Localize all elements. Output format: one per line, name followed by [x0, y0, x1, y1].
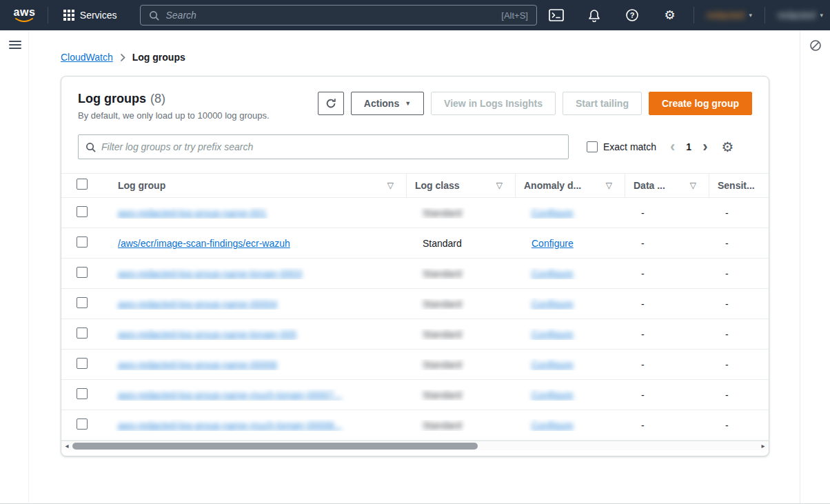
- cloudshell-button[interactable]: [543, 0, 571, 30]
- sort-filter-icon[interactable]: ▽: [606, 181, 612, 190]
- services-menu-button[interactable]: Services: [58, 10, 123, 21]
- sort-filter-icon[interactable]: ▽: [387, 181, 394, 190]
- sort-filter-icon[interactable]: ▽: [496, 181, 503, 190]
- region-selector[interactable]: redacted ▾: [700, 0, 759, 30]
- exact-match-control: Exact match: [587, 141, 656, 152]
- search-icon: [85, 142, 96, 152]
- sensitive-data-value: -: [709, 329, 769, 340]
- row-checkbox[interactable]: [77, 297, 88, 308]
- breadcrumb-cloudwatch-link[interactable]: CloudWatch: [61, 52, 113, 63]
- row-checkbox[interactable]: [77, 327, 88, 339]
- create-log-group-button[interactable]: Create log group: [649, 92, 752, 115]
- sensitive-data-value: -: [709, 420, 769, 431]
- log-group-link[interactable]: aws-redacted-log-group-name-much-longer-…: [118, 390, 342, 401]
- notifications-button[interactable]: [580, 0, 609, 30]
- start-tailing-label: Start tailing: [576, 98, 629, 109]
- aws-logo[interactable]: aws: [11, 8, 38, 23]
- log-group-link[interactable]: aws-redacted-log-group-name-longer-0003: [118, 268, 302, 279]
- configure-link[interactable]: Configure: [532, 329, 574, 340]
- hamburger-menu-icon[interactable]: [9, 40, 21, 50]
- region-label: redacted: [707, 10, 744, 21]
- log-class-value: Standard: [423, 390, 462, 401]
- table-row: aws-redacted-log-group-name-much-longer-…: [61, 380, 769, 410]
- scroll-right-arrow-icon[interactable]: ▸: [758, 442, 769, 450]
- aws-smile-icon: [14, 17, 34, 23]
- row-checkbox[interactable]: [77, 206, 88, 217]
- global-search[interactable]: [Alt+S]: [140, 5, 536, 26]
- select-all-checkbox[interactable]: [77, 179, 88, 190]
- start-tailing-button[interactable]: Start tailing: [563, 92, 642, 115]
- page-title: Log groups: [78, 92, 146, 105]
- next-page-button[interactable]: ›: [702, 139, 707, 154]
- sensitive-data-value: -: [709, 238, 769, 249]
- log-group-link[interactable]: aws-redacted-log-group-name-00006: [118, 359, 277, 370]
- help-button[interactable]: ?: [618, 0, 646, 30]
- card-header: Log groups(8) By default, we only load u…: [61, 77, 769, 121]
- row-checkbox[interactable]: [77, 236, 88, 248]
- sort-filter-icon[interactable]: ▽: [690, 181, 696, 190]
- log-class-value: Standard: [423, 208, 462, 219]
- exact-match-checkbox[interactable]: [587, 141, 598, 152]
- current-page-number: 1: [686, 141, 691, 152]
- header-checkbox-cell: [61, 179, 110, 192]
- title-block: Log groups(8) By default, we only load u…: [78, 92, 270, 121]
- filter-log-groups-input[interactable]: [101, 141, 561, 152]
- column-header-log-class[interactable]: Log class ▽: [406, 174, 515, 197]
- column-header-anomaly-detection[interactable]: Anomaly d... ▽: [515, 174, 625, 197]
- log-group-link[interactable]: aws-redacted-log-group-name-longer-005: [118, 329, 296, 340]
- configure-link[interactable]: Configure: [532, 420, 574, 431]
- row-checkbox[interactable]: [77, 267, 88, 278]
- table-header-row: Log group ▽ Log class ▽ Anomaly d... ▽ D…: [61, 174, 769, 198]
- refresh-button[interactable]: [318, 92, 344, 115]
- data-protection-value: -: [625, 359, 709, 370]
- log-group-link[interactable]: aws-redacted-log-group-name-001: [118, 208, 267, 219]
- top-navigation: aws Services [Alt+S]: [0, 0, 830, 30]
- chevron-down-icon: ▾: [749, 12, 752, 19]
- right-tools-rail: [800, 30, 830, 503]
- log-groups-card: Log groups(8) By default, we only load u…: [61, 76, 769, 456]
- scroll-left-arrow-icon[interactable]: ◂: [61, 442, 72, 450]
- table-preferences-gear-icon[interactable]: ⚙: [721, 140, 733, 154]
- account-menu[interactable]: redacted ▾: [771, 0, 830, 30]
- global-search-input[interactable]: [165, 10, 495, 21]
- configure-link[interactable]: Configure: [532, 299, 574, 310]
- view-in-logs-insights-label: View in Logs Insights: [444, 98, 543, 109]
- configure-link[interactable]: Configure: [532, 268, 574, 279]
- horizontal-scrollbar[interactable]: ◂ ▸: [61, 441, 769, 450]
- column-label: Sensit...: [718, 180, 755, 191]
- sensitive-data-value: -: [709, 390, 769, 401]
- settings-button[interactable]: ⚙: [656, 0, 684, 30]
- data-protection-value: -: [625, 299, 709, 310]
- configure-link[interactable]: Configure: [532, 390, 574, 401]
- log-group-link[interactable]: /aws/ecr/image-scan-findings/ecr-wazuh: [118, 238, 290, 249]
- configure-link[interactable]: Configure: [532, 238, 574, 249]
- data-protection-value: -: [625, 268, 709, 279]
- filter-row: Exact match ‹ 1 › ⚙: [61, 121, 769, 159]
- log-group-link[interactable]: aws-redacted-log-group-name-00004: [118, 299, 277, 310]
- sensitive-data-value: -: [709, 299, 769, 310]
- data-protection-value: -: [625, 390, 709, 401]
- row-checkbox[interactable]: [77, 419, 88, 430]
- create-log-group-label: Create log group: [662, 98, 739, 109]
- aws-logo-text: aws: [14, 8, 36, 17]
- configure-link[interactable]: Configure: [532, 359, 574, 370]
- row-checkbox[interactable]: [77, 358, 88, 369]
- exact-match-label: Exact match: [603, 141, 656, 152]
- column-header-sensitive[interactable]: Sensit...: [709, 174, 769, 197]
- configure-link[interactable]: Configure: [532, 208, 574, 219]
- log-group-link[interactable]: aws-redacted-log-group-name-much-longer-…: [118, 420, 342, 431]
- actions-button[interactable]: Actions ▼: [351, 92, 424, 115]
- actions-label: Actions: [364, 98, 399, 109]
- previous-page-button[interactable]: ‹: [670, 139, 675, 154]
- data-protection-value: -: [625, 238, 709, 249]
- column-header-data-protection[interactable]: Data ... ▽: [625, 174, 709, 197]
- view-in-logs-insights-button[interactable]: View in Logs Insights: [431, 92, 556, 115]
- log-class-value: Standard: [423, 420, 462, 431]
- account-label: redacted: [778, 10, 815, 21]
- column-header-log-group[interactable]: Log group ▽: [110, 174, 406, 197]
- side-panel-icon[interactable]: [809, 39, 822, 52]
- card-bottom-padding: [61, 450, 769, 456]
- column-label: Log class: [415, 180, 460, 191]
- row-checkbox[interactable]: [77, 388, 88, 399]
- scrollbar-thumb[interactable]: [72, 443, 478, 450]
